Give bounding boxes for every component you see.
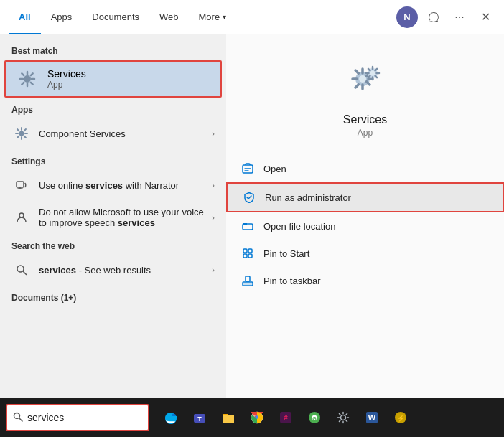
run-as-admin-label: Run as administrator bbox=[265, 192, 351, 203]
games-icon[interactable]: ⚡ bbox=[388, 405, 414, 431]
avatar[interactable]: N bbox=[396, 6, 418, 28]
action-list: Open Run as administrator bbox=[226, 155, 504, 294]
voice-services-label: Do not allow Microsoft to use your voice… bbox=[39, 207, 212, 228]
folder-icon bbox=[241, 219, 255, 233]
search-icon bbox=[11, 260, 32, 280]
edge-icon[interactable] bbox=[158, 405, 184, 431]
app-preview-name: Services bbox=[343, 113, 387, 126]
svg-rect-12 bbox=[243, 224, 253, 230]
chevron-right-icon4: › bbox=[212, 266, 215, 274]
action-pin-to-start[interactable]: Pin to Start bbox=[226, 240, 504, 267]
file-explorer-icon[interactable] bbox=[215, 405, 241, 431]
web-search-label: services - See web results bbox=[39, 265, 212, 276]
search-input-text: services bbox=[27, 412, 64, 423]
open-icon bbox=[241, 161, 255, 176]
voice-icon bbox=[11, 207, 32, 227]
chevron-right-icon: › bbox=[212, 129, 215, 138]
svg-line-5 bbox=[23, 271, 27, 275]
system-settings-icon[interactable] bbox=[330, 405, 356, 431]
svg-point-3 bbox=[19, 213, 24, 217]
chevron-right-icon3: › bbox=[212, 213, 215, 222]
right-panel: Services App Open bbox=[226, 34, 504, 398]
slack-icon[interactable]: # bbox=[273, 405, 299, 431]
shield-icon bbox=[242, 190, 256, 205]
list-item-voice-services[interactable]: Do not allow Microsoft to use your voice… bbox=[0, 201, 226, 234]
component-services-icon bbox=[11, 123, 32, 144]
apps-section-label: Apps bbox=[0, 100, 226, 118]
word-icon[interactable]: W bbox=[359, 405, 385, 431]
svg-rect-15 bbox=[243, 254, 247, 258]
services-large-icon bbox=[340, 55, 391, 106]
narrator-icon bbox=[11, 175, 32, 195]
svg-point-7 bbox=[359, 75, 366, 83]
close-icon[interactable]: ✕ bbox=[475, 7, 495, 27]
chrome-icon[interactable] bbox=[244, 405, 270, 431]
svg-rect-14 bbox=[248, 249, 252, 253]
svg-point-0 bbox=[24, 75, 31, 83]
action-run-as-admin[interactable]: Run as administrator bbox=[226, 182, 504, 212]
svg-rect-13 bbox=[243, 249, 247, 253]
open-file-location-label: Open file location bbox=[263, 221, 335, 232]
svg-line-21 bbox=[19, 418, 23, 421]
taskbar: services T bbox=[0, 398, 504, 437]
svg-point-9 bbox=[370, 71, 375, 76]
svg-rect-2 bbox=[17, 182, 24, 187]
pin-to-start-label: Pin to Start bbox=[263, 248, 309, 259]
app-preview: Services App bbox=[226, 34, 504, 149]
chevron-down-icon: ▾ bbox=[223, 13, 226, 21]
list-item-component-services[interactable]: Component Services › bbox=[0, 118, 226, 149]
svg-text:W: W bbox=[368, 413, 376, 422]
main-area: Best match Services App Apps bbox=[0, 34, 504, 398]
search-box-icon bbox=[13, 412, 23, 424]
svg-rect-16 bbox=[248, 254, 252, 258]
tab-more[interactable]: More ▾ bbox=[189, 0, 237, 34]
list-item-narrator-services[interactable]: Use online services with Narrator › bbox=[0, 169, 226, 201]
tab-apps[interactable]: Apps bbox=[41, 0, 83, 34]
action-pin-to-taskbar[interactable]: Pin to taskbar bbox=[226, 267, 504, 294]
web-section-label: Search the web bbox=[0, 237, 226, 254]
svg-text:T: T bbox=[197, 415, 202, 423]
settings-section: Settings Use online services with Narrat… bbox=[0, 152, 226, 234]
svg-text:G: G bbox=[312, 416, 317, 421]
pin-start-icon bbox=[241, 246, 255, 260]
narrator-services-label: Use online services with Narrator bbox=[39, 180, 212, 191]
left-panel: Best match Services App Apps bbox=[0, 34, 226, 398]
chevron-right-icon2: › bbox=[212, 181, 215, 189]
tab-all[interactable]: All bbox=[9, 0, 41, 34]
services-app-icon bbox=[16, 67, 39, 90]
svg-rect-18 bbox=[243, 283, 252, 285]
action-open-file-location[interactable]: Open file location bbox=[226, 212, 504, 240]
pin-to-taskbar-label: Pin to taskbar bbox=[263, 276, 321, 286]
best-match-label: Best match bbox=[0, 42, 226, 59]
chrome2-icon[interactable]: G bbox=[302, 405, 327, 431]
best-match-item[interactable]: Services App bbox=[4, 60, 222, 98]
apps-section: Apps Component Services › bbox=[0, 100, 226, 149]
chat-icon[interactable] bbox=[424, 7, 444, 27]
tab-documents[interactable]: Documents bbox=[82, 0, 149, 34]
docs-section-label: Documents (1+) bbox=[0, 288, 226, 306]
svg-text:⚡: ⚡ bbox=[397, 414, 406, 423]
component-services-label: Component Services bbox=[39, 128, 212, 139]
tab-web[interactable]: Web bbox=[149, 0, 189, 34]
web-section: Search the web services - See web result… bbox=[0, 237, 226, 286]
more-options-icon[interactable]: ··· bbox=[449, 7, 470, 27]
settings-section-label: Settings bbox=[0, 152, 226, 169]
svg-rect-19 bbox=[246, 276, 250, 281]
search-box[interactable]: services bbox=[6, 404, 149, 431]
svg-text:#: # bbox=[284, 414, 288, 422]
teams-icon[interactable]: T bbox=[187, 405, 213, 431]
action-open[interactable]: Open bbox=[226, 155, 504, 182]
top-navigation-bar: All Apps Documents Web More ▾ N ··· ✕ bbox=[0, 0, 504, 34]
best-match-text: Services App bbox=[47, 68, 86, 90]
taskbar-icons: T bbox=[158, 405, 414, 431]
list-item-web-search[interactable]: services - See web results › bbox=[0, 254, 226, 286]
svg-point-32 bbox=[341, 415, 346, 420]
docs-section: Documents (1+) bbox=[0, 288, 226, 306]
pin-taskbar-icon bbox=[241, 273, 255, 288]
svg-point-1 bbox=[19, 131, 24, 136]
open-label: Open bbox=[263, 164, 286, 174]
app-preview-type: App bbox=[358, 128, 373, 138]
top-right-controls: N ··· ✕ bbox=[396, 6, 495, 28]
